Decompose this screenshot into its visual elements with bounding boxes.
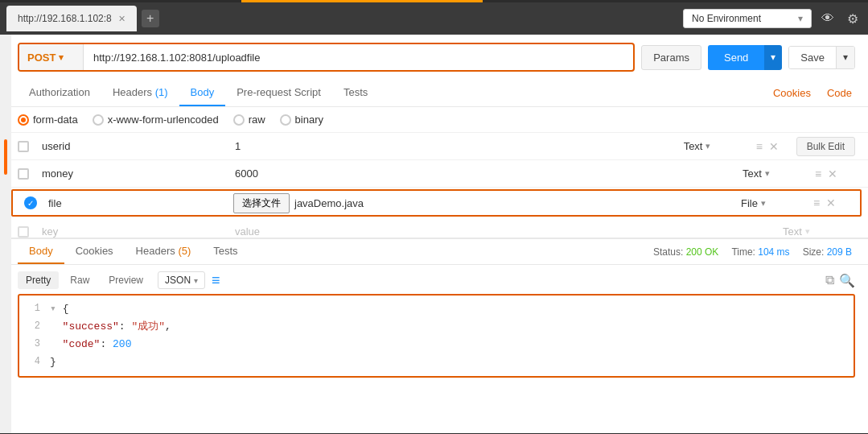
resp-body-tab[interactable]: Body [18,239,64,264]
money-type-label: Text [743,167,762,180]
file-menu-icon[interactable]: ≡ [813,196,820,209]
method-label: POST [27,52,56,64]
resp-cookies-tab[interactable]: Cookies [64,239,125,264]
radio-raw-dot [233,114,245,126]
raw-format-button[interactable]: Raw [62,271,97,289]
userid-checkbox[interactable] [18,141,29,152]
copy-icon-button[interactable]: ⧉ [825,273,834,288]
prerequest-tab-label: Pre-request Script [237,86,321,98]
money-value: 6000 [235,167,258,180]
line-num-2: 2 [26,318,40,336]
file-checkbox[interactable]: ✓ [24,196,37,209]
bulk-edit-button[interactable]: Bulk Edit [796,137,855,156]
sidebar-indicator [4,139,7,175]
radio-binary[interactable]: binary [280,114,323,126]
add-tab-button[interactable]: + [142,10,159,27]
userid-type-label: Text [684,140,703,152]
code-line-3: 3 "code": 200 [26,336,847,353]
active-tab[interactable]: http://192.168.1.102:8 ✕ [6,6,137,31]
userid-delete-icon[interactable]: ✕ [769,140,779,153]
new-key-placeholder: key [42,225,58,238]
resp-headers-badge: (5) [178,245,191,257]
userid-value: 1 [235,140,241,152]
settings-icon-button[interactable]: ⚙ [844,8,862,30]
save-button[interactable]: Save [789,47,836,68]
resp-tests-tab[interactable]: Tests [202,239,249,264]
new-value-placeholder: value [235,225,260,238]
json-select[interactable]: JSON ▾ [158,271,205,289]
money-checkbox[interactable] [18,168,29,180]
env-selector[interactable]: No Environment ▾ [683,9,812,28]
userid-type-arrow[interactable]: ▾ [706,141,710,151]
file-name: javaDemo.java [294,197,364,209]
env-label: No Environment [692,13,761,24]
resp-body-tab-label: Body [29,245,53,257]
radio-binary-dot [280,114,291,126]
code-line-1: 1 ▾ { [26,300,847,318]
time-value: 104 ms [758,246,789,258]
url-bar: POST ▾ [18,43,635,72]
file-type-arrow[interactable]: ▾ [761,198,766,209]
userid-menu-icon[interactable]: ≡ [756,140,763,153]
resp-headers-tab-label: Headers [136,245,175,257]
pretty-format-button[interactable]: Pretty [18,271,59,289]
radio-urlencoded-dot [93,114,104,126]
code-block: 1 ▾ { 2 "success": "成功", 3 "code": 200 4… [18,294,855,378]
method-arrow-icon: ▾ [59,52,64,63]
time-info: Time: 104 ms [731,246,789,258]
money-type-arrow[interactable]: ▾ [765,168,770,179]
preview-format-button[interactable]: Preview [101,271,151,289]
tests-tab-label: Tests [343,86,368,98]
resp-tests-tab-label: Tests [213,245,237,257]
url-input[interactable] [84,52,633,64]
resp-cookies-tab-label: Cookies [76,245,113,257]
file-choose-button[interactable]: 选择文件 [233,193,290,213]
size-value: 209 B [827,246,852,258]
prerequest-tab[interactable]: Pre-request Script [225,80,332,106]
code-line-2: 2 "success": "成功", [26,318,847,336]
cookies-link[interactable]: Cookies [770,81,814,105]
resp-headers-tab[interactable]: Headers (5) [125,239,203,264]
money-delete-icon[interactable]: ✕ [828,167,837,180]
money-menu-icon[interactable]: ≡ [815,167,821,180]
tab-label: http://192.168.1.102:8 [18,13,112,24]
money-key: money [42,167,73,180]
line-num-1: 1 [26,300,40,318]
method-selector[interactable]: POST ▾ [19,44,84,70]
send-button[interactable]: Send [708,45,764,70]
params-button[interactable]: Params [641,45,701,70]
file-delete-icon[interactable]: ✕ [826,196,836,209]
body-tab-label: Body [191,86,215,98]
authorization-tab-label: Authorization [29,86,90,98]
code-line-4: 4 } [26,353,847,371]
headers-badge: (1) [152,86,168,98]
wrap-icon-button[interactable]: ≡ [212,272,220,289]
radio-form-data[interactable]: form-data [18,114,78,126]
json-label: JSON [165,275,191,286]
form-row-money: money 6000 Text ▾ ≡ ✕ [0,160,868,188]
tab-close-icon[interactable]: ✕ [118,14,125,24]
send-arrow-button[interactable]: ▾ [764,45,782,70]
form-row-userid: userid 1 Text ▾ ≡ ✕ Bulk Edit [0,133,868,160]
body-tab[interactable]: Body [179,80,226,106]
new-type-label: Text [783,225,802,238]
new-checkbox[interactable] [18,226,29,238]
new-type-arrow[interactable]: ▾ [805,226,810,237]
status-info: Status: 200 OK [653,246,718,258]
headers-tab-label: Headers [113,86,152,98]
eye-icon-button[interactable]: 👁 [818,8,837,29]
tests-tab[interactable]: Tests [332,80,379,106]
radio-urlencoded[interactable]: x-www-form-urlencoded [93,114,219,126]
save-arrow-button[interactable]: ▾ [836,47,854,68]
radio-form-data-dot [18,114,29,126]
authorization-tab[interactable]: Authorization [18,80,101,106]
radio-raw[interactable]: raw [233,114,265,126]
headers-tab[interactable]: Headers (1) [101,80,179,106]
search-icon-button[interactable]: 🔍 [839,273,855,288]
size-info: Size: 209 B [803,246,852,258]
env-arrow-icon: ▾ [798,13,803,24]
line-num-4: 4 [26,353,40,371]
form-row-new: key value Text ▾ [0,218,868,238]
status-value: 200 OK [686,246,719,258]
code-link[interactable]: Code [824,81,855,105]
